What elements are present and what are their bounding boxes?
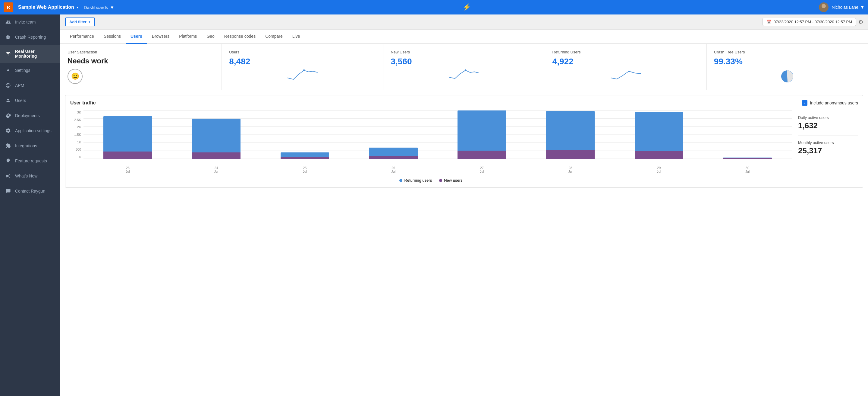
sidebar-item-users[interactable]: Users [0,93,60,108]
dashboards-chevron: ▼ [110,5,115,10]
user-name[interactable]: Nicholas Lane ▼ [832,5,864,10]
new-users-sparkline [391,69,537,81]
sidebar-item-contact-raygun[interactable]: Contact Raygun [0,183,60,199]
bar-group-28 [526,111,615,159]
monthly-active-label: Monthly active users [798,140,858,145]
daily-active-label: Daily active users [798,115,858,120]
stat-crash-free-value: 99.33% [714,57,861,66]
rocket-icon [5,112,11,119]
bar-returning-28 [546,111,595,150]
svg-point-2 [7,69,9,71]
sidebar-item-deployments[interactable]: Deployments [0,108,60,123]
sidebar-label-whats-new: What's New [15,174,37,178]
users-sparkline [229,69,376,81]
anon-users-checkbox[interactable]: ✓ [802,100,807,106]
logo-text: R [7,5,10,10]
nav-center: ⚡ [463,3,471,11]
stat-users: Users 8,482 [222,44,383,90]
bar-new-26 [369,157,418,159]
y-label-1.5k: 1.5K [70,133,81,136]
stat-returning-value: 4,922 [553,57,699,66]
app-title[interactable]: Sample Web Application ▼ [18,4,79,10]
bar-group-27 [438,111,526,159]
app-logo: R [4,2,13,12]
bulb-icon [5,158,11,164]
sidebar-label-invite-team: Invite team [15,20,36,24]
svg-point-1 [820,8,827,12]
bug-icon [5,34,11,40]
traffic-title: User traffic [70,100,96,106]
tabs: Performance Sessions Users Browsers Plat… [60,30,868,44]
sidebar-item-crash-reporting[interactable]: Crash Reporting [0,30,60,45]
bar-returning-25 [281,152,330,157]
sidebar-label-app-settings: Application settings [15,128,52,133]
x-label-26: 26Jul [349,166,438,173]
bar-returning-23 [103,116,152,151]
sidebar-item-rum[interactable]: Real User Monitoring [0,45,60,63]
sidebar-item-app-settings[interactable]: Application settings [0,123,60,138]
date-range-picker[interactable]: 📅 07/23/2020 12:57 PM - 07/30/2020 12:57… [763,18,856,26]
x-label-30: 30Jul [703,166,792,173]
tab-geo[interactable]: Geo [202,30,219,44]
tab-users[interactable]: Users [126,30,147,44]
traffic-header: User traffic ✓ Include anonymous users [70,100,858,106]
sidebar: Invite team Crash Reporting Real User Mo… [0,15,60,396]
stat-users-label: Users [229,50,376,54]
y-label-1k: 1K [70,140,81,144]
sidebar-item-integrations[interactable]: Integrations [0,138,60,153]
bar-returning-29 [635,112,684,151]
legend-new-dot [439,179,442,182]
tab-platforms[interactable]: Platforms [174,30,202,44]
sidebar-label-deployments: Deployments [15,113,40,118]
tab-browsers[interactable]: Browsers [147,30,174,44]
sidebar-item-feature-requests[interactable]: Feature requests [0,153,60,168]
puzzle-icon [5,142,11,149]
legend-new: New users [439,178,462,182]
add-filter-button[interactable]: Add filter + [65,18,95,26]
x-label-24: 24Jul [172,166,261,173]
megaphone-icon [5,173,11,179]
chat-icon [5,188,11,194]
bar-new-27 [458,151,506,159]
bar-group-25 [261,152,349,159]
gear-icon [5,128,11,134]
sidebar-item-whats-new[interactable]: What's New [0,168,60,183]
stat-new-users: New Users 3,560 [383,44,545,90]
monthly-active-value: 25,317 [798,146,858,155]
lightning-icon[interactable]: ⚡ [463,3,471,11]
x-label-23: 23Jul [84,166,172,173]
bar-group-24 [172,119,261,159]
bar-returning-27 [458,111,506,151]
tab-sessions[interactable]: Sessions [99,30,126,44]
stat-satisfaction-value: Needs work [67,57,214,65]
tab-compare[interactable]: Compare [260,30,287,44]
tab-performance[interactable]: Performance [65,30,99,44]
user-chevron: ▼ [860,5,864,10]
user-avatar [819,2,829,12]
sidebar-label-feature-requests: Feature requests [15,159,47,163]
stat-returning-users: Returning Users 4,922 [545,44,707,90]
bar-new-28 [546,150,595,159]
legend-returning-dot [399,179,402,182]
tab-live[interactable]: Live [287,30,305,44]
apm-icon [5,82,11,89]
top-navigation: R Sample Web Application ▼ Dashboards ▼ … [0,0,868,15]
tab-response-codes[interactable]: Response codes [219,30,260,44]
sidebar-item-settings[interactable]: Settings [0,63,60,78]
sidebar-item-invite-team[interactable]: Invite team [0,15,60,30]
legend-returning: Returning users [399,178,432,182]
settings-gear-icon[interactable]: ⚙ [858,19,863,25]
dot-icon [5,67,11,74]
bar-group-29 [615,112,704,159]
sidebar-label-crash-reporting: Crash Reporting [15,35,46,39]
date-range-text: 07/23/2020 12:57 PM - 07/30/2020 12:57 P… [774,20,852,24]
dashboards-nav[interactable]: Dashboards ▼ [84,5,115,10]
svg-point-4 [465,69,467,71]
sidebar-item-apm[interactable]: APM [0,78,60,93]
y-label-2.5k: 2.5K [70,118,81,122]
include-anon-users[interactable]: ✓ Include anonymous users [802,100,858,106]
bar-new-24 [192,152,241,159]
calendar-icon: 📅 [767,20,771,24]
chart-section: User traffic ✓ Include anonymous users 3… [60,90,868,396]
sidebar-label-rum: Real User Monitoring [15,49,56,59]
